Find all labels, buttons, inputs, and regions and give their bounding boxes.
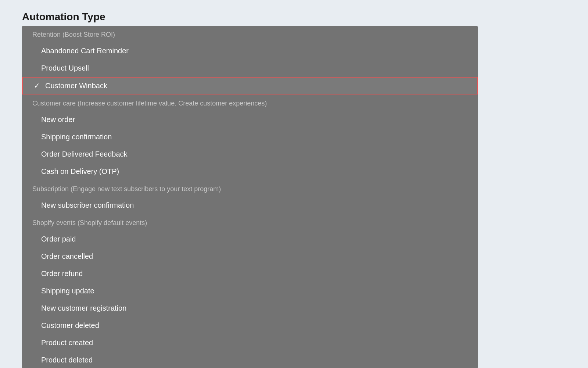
dropdown-item-shipping-confirmation-label: Shipping confirmation: [41, 133, 467, 141]
dropdown-item-customer-deleted-label: Customer deleted: [41, 321, 467, 330]
dropdown-item-new-customer-registration[interactable]: ✓ New customer registration: [22, 300, 478, 317]
group-header-retention: Retention (Boost Store ROI): [22, 26, 478, 42]
dropdown-item-order-paid-label: Order paid: [41, 235, 467, 243]
checkmark-customer-winback: ✓: [34, 81, 40, 90]
page-background: Automation Type Se Re Se Retention (Boos…: [0, 0, 588, 368]
dropdown-item-customer-deleted[interactable]: ✓ Customer deleted: [22, 317, 478, 334]
dropdown-item-product-upsell-label: Product Upsell: [41, 64, 467, 72]
dropdown-item-product-upsell[interactable]: ✓ Product Upsell: [22, 60, 478, 77]
dropdown-item-cash-on-delivery-label: Cash on Delivery (OTP): [41, 167, 467, 176]
dropdown-item-new-order-label: New order: [41, 115, 467, 124]
dropdown-item-order-cancelled-label: Order cancelled: [41, 252, 467, 261]
dropdown-item-shipping-update-label: Shipping update: [41, 287, 467, 295]
dropdown-item-customer-winback[interactable]: ✓ Customer Winback: [22, 77, 478, 94]
group-header-shopify-events: Shopify events (Shopify default events): [22, 214, 478, 231]
dropdown-item-customer-winback-label: Customer Winback: [45, 82, 467, 90]
dropdown-item-product-created[interactable]: ✓ Product created: [22, 334, 478, 351]
dropdown-item-new-order[interactable]: ✓ New order: [22, 111, 478, 128]
automation-type-dropdown[interactable]: Retention (Boost Store ROI) ✓ Abandoned …: [22, 26, 478, 368]
dropdown-item-order-refund[interactable]: ✓ Order refund: [22, 265, 478, 282]
dropdown-item-product-deleted[interactable]: ✓ Product deleted: [22, 351, 478, 368]
dropdown-item-abandoned-cart[interactable]: ✓ Abandoned Cart Reminder: [22, 42, 478, 60]
group-header-subscription: Subscription (Engage new text subscriber…: [22, 180, 478, 197]
dropdown-item-shipping-update[interactable]: ✓ Shipping update: [22, 282, 478, 300]
dropdown-item-order-cancelled[interactable]: ✓ Order cancelled: [22, 248, 478, 265]
dropdown-item-order-delivered-feedback-label: Order Delivered Feedback: [41, 150, 467, 158]
group-header-customer-care: Customer care (Increase customer lifetim…: [22, 94, 478, 111]
dropdown-item-abandoned-cart-label: Abandoned Cart Reminder: [41, 47, 467, 55]
dropdown-item-shipping-confirmation[interactable]: ✓ Shipping confirmation: [22, 128, 478, 146]
dropdown-item-order-paid[interactable]: ✓ Order paid: [22, 231, 478, 248]
dropdown-item-new-subscriber-confirmation[interactable]: ✓ New subscriber confirmation: [22, 197, 478, 214]
dropdown-item-new-subscriber-confirmation-label: New subscriber confirmation: [41, 201, 467, 210]
dropdown-item-product-deleted-label: Product deleted: [41, 356, 467, 364]
dropdown-item-order-delivered-feedback[interactable]: ✓ Order Delivered Feedback: [22, 146, 478, 163]
dropdown-item-new-customer-registration-label: New customer registration: [41, 304, 467, 312]
automation-type-title: Automation Type: [22, 11, 566, 23]
dropdown-item-cash-on-delivery[interactable]: ✓ Cash on Delivery (OTP): [22, 163, 478, 180]
dropdown-item-order-refund-label: Order refund: [41, 269, 467, 278]
dropdown-item-product-created-label: Product created: [41, 339, 467, 347]
